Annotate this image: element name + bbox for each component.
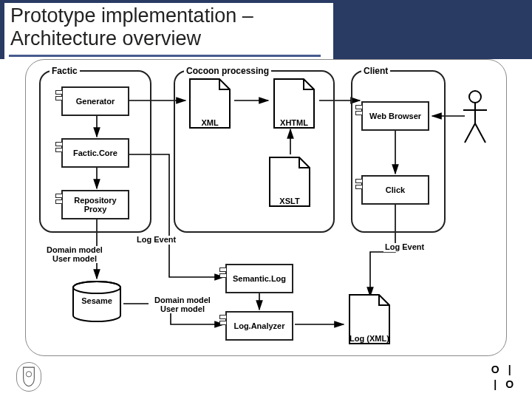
title-box: Prototype implementation – Architecture … — [4, 3, 333, 59]
slide-title: Prototype implementation – Architecture … — [10, 4, 327, 50]
footer-logo-right: O | | O — [489, 364, 516, 390]
glyph-o1: O — [489, 364, 502, 376]
glyph-o2: O — [504, 378, 516, 391]
component-facticcore-label: Factic.Core — [73, 149, 117, 157]
diagram-canvas: Factic Cocoon processing Client Generato… — [25, 59, 507, 356]
component-loganalyzer: Log.Analyzer — [225, 311, 293, 341]
component-facticcore: Factic.Core — [61, 138, 129, 168]
doc-xhtml-label: XHTML — [271, 118, 317, 127]
frame-factic-label: Factic — [50, 66, 80, 76]
component-webbrowser: Web Browser — [361, 101, 429, 131]
actor-user — [460, 89, 490, 143]
component-semanticlog: Semantic.Log — [225, 264, 293, 293]
component-click: Click — [361, 175, 429, 205]
frame-cocoon-label: Cocoon processing — [184, 66, 271, 76]
label-domainuser-2: Domain model User model — [149, 296, 216, 313]
component-loganalyzer-label: Log.Analyzer — [233, 321, 284, 330]
db-sesame-label: Sesame — [70, 296, 123, 305]
footer-logo-left — [16, 362, 41, 392]
component-semanticlog-label: Semantic.Log — [233, 274, 286, 283]
svg-point-11 — [469, 91, 481, 103]
svg-point-18 — [26, 372, 31, 377]
db-sesame: Sesame — [70, 280, 123, 321]
doc-xml: XML — [187, 78, 233, 131]
title-underline — [9, 55, 321, 57]
glyph-bar2: | — [489, 378, 502, 391]
label-domainuser-1: Domain model User model — [41, 246, 109, 263]
component-generator: Generator — [61, 86, 129, 116]
label-logevent-1: Log Event — [135, 236, 177, 245]
doc-xml-label: XML — [187, 118, 233, 127]
doc-xhtml: XHTML — [271, 78, 317, 131]
doc-xslt-label: XSLT — [267, 197, 313, 205]
label-logevent-2: Log Event — [383, 243, 426, 252]
svg-line-15 — [475, 123, 485, 143]
doc-logxml: Log (XML) — [347, 293, 392, 347]
frame-client: Client — [351, 70, 446, 233]
svg-line-14 — [465, 123, 475, 143]
component-generator-label: Generator — [76, 97, 115, 106]
doc-xslt: XSLT — [267, 156, 313, 209]
crest-icon — [21, 366, 37, 388]
frame-client-label: Client — [361, 66, 390, 76]
glyph-bar1: | — [504, 364, 516, 376]
component-repoproxy: Repository Proxy — [61, 190, 129, 219]
component-webbrowser-label: Web Browser — [369, 112, 421, 120]
component-repoproxy-label: Repository Proxy — [64, 196, 126, 214]
component-click-label: Click — [386, 185, 405, 194]
doc-logxml-label: Log (XML) — [347, 334, 392, 343]
